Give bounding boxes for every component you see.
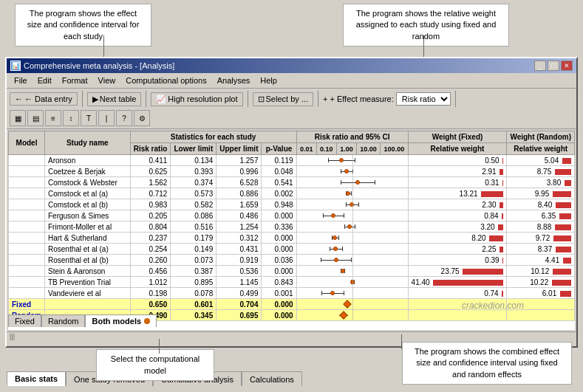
header-scale-001: 0.01 — [296, 143, 316, 155]
next-table-button[interactable]: ▶ Next table — [87, 92, 142, 106]
toolbar: ← ← Data entry ▶ Next table 📈 High resol… — [7, 89, 576, 129]
data-entry-button[interactable]: ← ← Data entry — [10, 92, 78, 106]
cell-pval: 0.336 — [262, 221, 296, 233]
cell-pval: 0.048 — [262, 166, 296, 177]
menu-format[interactable]: Format — [58, 75, 92, 86]
view-btn-4[interactable]: ↕ — [63, 110, 79, 126]
select-icon: ⊡ — [258, 94, 265, 104]
cell-ll: 0.086 — [171, 210, 217, 221]
annotation-effect-size: The program shows the effect size and co… — [15, 4, 151, 47]
next-icon: ▶ — [92, 94, 98, 104]
view-btn-2[interactable]: ▤ — [27, 110, 44, 126]
cell-weight-fixed: 13.21 — [408, 188, 507, 199]
cell-pval: 0.948 — [262, 199, 296, 210]
cell-forest — [296, 266, 408, 277]
menu-help[interactable]: Help — [256, 75, 282, 86]
maximize-button[interactable]: □ — [548, 61, 559, 71]
cell-weight-fixed: 2.91 — [408, 166, 507, 177]
horizontal-scrollbar[interactable]: ||| — [7, 331, 576, 340]
cell-model — [9, 188, 45, 199]
annotation-relative-weight: The program shows the relative weight as… — [343, 4, 509, 47]
menu-view[interactable]: View — [94, 75, 120, 86]
tab-calculations[interactable]: Calculations — [242, 371, 302, 386]
minimize-button[interactable]: _ — [534, 61, 546, 71]
cell-rr: 0.625 — [130, 166, 171, 177]
header-scale-010: 0.10 — [316, 143, 336, 155]
tab-fixed[interactable]: Fixed — [8, 314, 41, 327]
high-res-button[interactable]: 📈 High resolution plot — [151, 92, 242, 106]
effect-measure-dropdown[interactable]: Risk ratio — [396, 92, 451, 106]
cell-ul: 0.919 — [217, 255, 262, 266]
header-weight-random: Weight (Random) — [507, 131, 575, 143]
cell-weight-random: 8.40 — [507, 199, 575, 210]
view-btn-1[interactable]: ▦ — [10, 110, 26, 126]
window-controls: _ □ ✕ — [534, 61, 573, 71]
scroll-indicator: ||| — [10, 333, 15, 340]
cell-forest — [296, 188, 408, 199]
cell-rr: 0.254 — [130, 244, 171, 255]
table-row: Hart & Sutherland 0.237 0.179 0.312 0.00… — [9, 233, 575, 244]
cell-ul: 0.486 — [217, 210, 262, 221]
cell-model — [9, 288, 45, 299]
cell-weight-random: 8.75 — [507, 166, 575, 177]
cell-rr: 1.562 — [130, 177, 171, 188]
tab-basic-stats[interactable]: Basic stats — [7, 371, 66, 386]
select-by-button[interactable]: ⊡ Select by ... — [253, 92, 313, 106]
header-forest-group: Risk ratio and 95% CI — [296, 131, 408, 143]
cell-rr: 0.411 — [130, 155, 171, 166]
menu-analyses[interactable]: Analyses — [213, 75, 255, 86]
cell-pval: 0.000 — [262, 244, 296, 255]
cell-forest — [296, 221, 408, 233]
cell-ll: 0.149 — [171, 244, 217, 255]
both-models-dot — [144, 318, 150, 324]
cell-study: Comstock et al (a) — [45, 188, 131, 199]
cell-ll: 0.895 — [171, 277, 217, 288]
header-scale-10000: 100.00 — [381, 143, 408, 155]
annotation-combined-effect: The program shows the combined effect si… — [402, 342, 572, 385]
menu-file[interactable]: File — [10, 75, 32, 86]
cell-weight-random: 6.01 — [507, 288, 575, 299]
cell-forest — [296, 244, 408, 255]
cell-pval: 0.000 — [262, 210, 296, 221]
cell-pval: 0.000 — [262, 233, 296, 244]
cell-study: Coetzee & Berjak — [45, 166, 131, 177]
toolbar-separator-3 — [248, 91, 248, 107]
header-rr: Risk ratio — [130, 143, 171, 155]
tab-random[interactable]: Random — [41, 314, 86, 327]
cell-ul: 1.659 — [217, 199, 262, 210]
cell-forest — [296, 288, 408, 299]
cell-weight-random: 10.22 — [507, 277, 575, 288]
cell-ul: 6.528 — [217, 177, 262, 188]
cell-model — [9, 166, 45, 177]
menu-edit[interactable]: Edit — [33, 75, 56, 86]
cell-pval: 0.000 — [262, 266, 296, 277]
cell-study: Ferguson & Simes — [45, 210, 131, 221]
cell-weight-random: 5.04 — [507, 155, 575, 166]
cell-model — [9, 244, 45, 255]
cell-ll: 0.073 — [171, 255, 217, 266]
cell-rr: 0.198 — [130, 288, 171, 299]
cell-rr: 1.012 — [130, 277, 171, 288]
view-btn-7[interactable]: ? — [116, 110, 132, 126]
table-row: Stein & Aaronson 0.456 0.387 0.536 0.000… — [9, 266, 575, 277]
view-btn-6[interactable]: | — [98, 110, 115, 126]
cell-model — [9, 155, 45, 166]
view-btn-3[interactable]: ≡ — [45, 110, 61, 126]
cell-rr: 0.712 — [130, 188, 171, 199]
cell-ul: 0.996 — [217, 166, 262, 177]
toolbar-separator-4 — [318, 91, 318, 107]
table-row: Rosenthal et al (b) 0.260 0.073 0.919 0.… — [9, 255, 575, 266]
chart-icon: 📈 — [156, 94, 166, 104]
tab-both-models[interactable]: Both models — [85, 314, 157, 327]
menu-comp-options[interactable]: Computational options — [121, 75, 211, 86]
view-btn-5[interactable]: T — [81, 110, 97, 126]
close-button[interactable]: ✕ — [561, 61, 573, 71]
cell-ll: 0.374 — [171, 177, 217, 188]
toolbar-separator-5 — [455, 91, 456, 107]
header-scale-100: 1.00 — [336, 143, 356, 155]
view-btn-8[interactable]: ⚙ — [134, 110, 150, 126]
cell-rr: 0.456 — [130, 266, 171, 277]
cell-ll: 0.573 — [171, 188, 217, 199]
header-model: Model — [9, 131, 45, 155]
cell-study: Stein & Aaronson — [45, 266, 131, 277]
